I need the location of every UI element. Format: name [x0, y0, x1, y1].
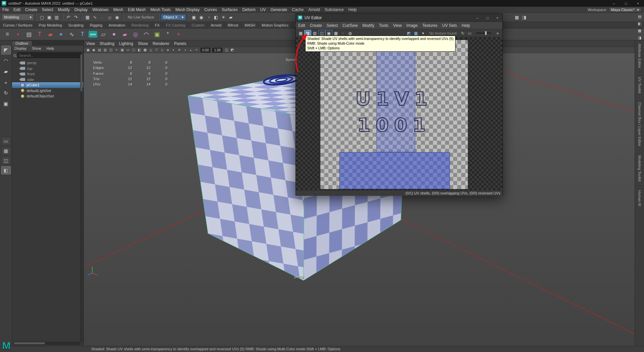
undo-icon[interactable]: ↶: [65, 13, 72, 21]
uv-menu-item[interactable]: Help: [459, 22, 472, 29]
menu-item[interactable]: Display: [72, 7, 90, 13]
ipr-render-icon[interactable]: ◉: [198, 13, 205, 21]
menu-item[interactable]: Edit Mesh: [125, 7, 148, 13]
slider-handle[interactable]: [485, 31, 487, 35]
viewport-menu-item[interactable]: Renderer: [150, 41, 172, 47]
curves-tool-icon[interactable]: ◗: [13, 30, 23, 39]
menu-item[interactable]: Select: [40, 7, 55, 13]
attribute-editor-toggle-icon[interactable]: ◨: [521, 13, 528, 21]
shelf-tab[interactable]: Bifrost: [225, 22, 241, 29]
shape-editor-panel-icon[interactable]: ◨: [637, 35, 643, 41]
lights-icon[interactable]: ☀: [176, 47, 182, 53]
redo-icon[interactable]: ↷: [72, 13, 79, 21]
uv-menu-item[interactable]: Tools: [377, 22, 391, 29]
modeling-toolkit-toggle-icon[interactable]: ▩: [513, 13, 521, 21]
snap-to-grids-icon[interactable]: ▦: [84, 13, 91, 21]
menu-item[interactable]: Modify: [55, 7, 72, 13]
gamma-field[interactable]: 1.00: [212, 48, 222, 52]
render-settings-icon[interactable]: ◔: [205, 13, 212, 21]
outliner-item-top[interactable]: top: [12, 66, 83, 72]
uv-menu-item[interactable]: Cut/Sew: [340, 22, 360, 29]
scale-tool-icon[interactable]: ▣: [1, 99, 11, 108]
shelf-tab[interactable]: Rigging: [87, 22, 106, 29]
outliner-title-tab[interactable]: Outliner: [12, 41, 32, 46]
channel-box-panel-icon[interactable]: ▦: [637, 28, 643, 34]
minimize-button[interactable]: –: [472, 14, 482, 21]
menu-item[interactable]: File: [0, 7, 11, 13]
menu-item[interactable]: Mesh: [111, 7, 125, 13]
paint-effects-icon[interactable]: ▰: [227, 13, 234, 21]
ao-icon[interactable]: ◒: [188, 47, 194, 53]
scrollbar-handle[interactable]: [80, 54, 82, 91]
camera-lock-icon[interactable]: ◉: [91, 47, 97, 53]
safe-title-icon[interactable]: ▽: [154, 47, 159, 53]
poly-list-icon[interactable]: ▤: [24, 30, 34, 39]
menu-item[interactable]: Edit: [11, 7, 23, 13]
menu-set-selector[interactable]: Modeling ▾: [2, 14, 34, 20]
outliner-item-defaultobjectset[interactable]: defaultObjectSet: [12, 93, 83, 99]
rotate-tool-icon[interactable]: ↻: [1, 89, 11, 97]
image-dim-slider[interactable]: [476, 33, 491, 34]
render-view-icon[interactable]: ▣: [190, 13, 198, 21]
expand-toolbar-icon[interactable]: »: [494, 30, 501, 36]
texture-status-dropdown[interactable]: No texture found: [428, 31, 458, 35]
menu-item[interactable]: Mesh Tools: [148, 7, 173, 13]
uv-menu-item[interactable]: Create: [308, 22, 324, 29]
gate-mask-icon[interactable]: ◧: [137, 47, 142, 53]
pinch-brush-icon[interactable]: ◠: [142, 30, 151, 39]
layout-outliner-persp-icon[interactable]: ◧: [1, 166, 11, 174]
search-input[interactable]: [17, 52, 82, 58]
menu-item[interactable]: Help: [346, 7, 359, 13]
target-camera-icon[interactable]: ▣: [85, 47, 91, 53]
shelf-tab[interactable]: Rendering: [128, 22, 152, 29]
resolution-gate-icon[interactable]: ▢: [131, 47, 137, 53]
shelf-tab[interactable]: FX: [152, 22, 163, 29]
paint-select-tool-icon[interactable]: ▰: [1, 67, 11, 76]
exposure-field[interactable]: 0.00: [201, 48, 210, 52]
outliner-item-pcube1[interactable]: pCube1: [12, 82, 83, 88]
menu-item[interactable]: Create: [23, 7, 40, 13]
menu-item[interactable]: Generate: [268, 7, 289, 13]
uv-canvas[interactable]: U1V1 1001: [296, 37, 502, 190]
light-editor-icon[interactable]: ☀: [220, 13, 227, 21]
shelf-tab[interactable]: Sculpting: [65, 22, 87, 29]
snapshot-icon[interactable]: ◫: [224, 47, 229, 53]
right-side-tab[interactable]: UV Toolkit: [638, 77, 642, 93]
outliner-item-front[interactable]: front: [12, 71, 83, 77]
sculpt-brush-icon[interactable]: ●: [109, 30, 119, 39]
outliner-item-side[interactable]: side: [12, 77, 83, 83]
symmetry-field[interactable]: Object X ▾: [161, 14, 186, 20]
uv-menu-item[interactable]: Edit: [296, 22, 308, 29]
uv-editor-titlebar[interactable]: M UV Editor – □ ×: [296, 14, 502, 22]
layout-two-pane-icon[interactable]: ◫: [1, 157, 11, 165]
shelf-tab[interactable]: Poly Modeling: [36, 22, 65, 29]
shelf-tab[interactable]: MASH: [241, 22, 259, 29]
attribute-editor-panel-icon[interactable]: ▤: [637, 13, 643, 19]
uv-shell-horizontal[interactable]: [339, 152, 450, 189]
outliner-menu-item[interactable]: Display: [12, 45, 29, 51]
shelf-tab[interactable]: Animation: [106, 22, 128, 29]
uv-menu-item[interactable]: Select: [324, 22, 340, 29]
shelf-tab[interactable]: Curves / Surfaces: [0, 22, 36, 29]
smear-brush-icon[interactable]: ▰: [120, 30, 129, 39]
viewport-menu-item[interactable]: View: [84, 41, 97, 47]
menu-item[interactable]: Cache: [289, 7, 306, 13]
shadows-icon[interactable]: ◑: [182, 47, 188, 53]
uv-menu-item[interactable]: View: [391, 22, 404, 29]
menu-item[interactable]: Mesh Display: [173, 7, 202, 13]
menu-item[interactable]: Deform: [240, 7, 258, 13]
uv-menu-item[interactable]: UV Sets: [440, 22, 459, 29]
outliner-menu-item[interactable]: Help: [44, 45, 57, 51]
hypershade-icon[interactable]: ◧: [212, 13, 220, 21]
image-ratio-icon[interactable]: ▭: [466, 30, 473, 36]
shelf-tab[interactable]: FX Caching: [163, 22, 189, 29]
uv-menu-item[interactable]: Image: [404, 22, 420, 29]
film-gate-icon[interactable]: ▭: [125, 47, 131, 53]
type-tool-icon[interactable]: T: [35, 30, 44, 39]
shelf-tab[interactable]: Custom: [189, 22, 208, 29]
shelf-tab[interactable]: Motion Graphics: [259, 22, 292, 29]
make-live-icon[interactable]: ◉: [113, 13, 121, 21]
uv-grid-icon[interactable]: ▦: [297, 30, 304, 36]
isolate-select-icon[interactable]: ◩: [229, 47, 235, 53]
close-button[interactable]: ×: [492, 14, 502, 21]
